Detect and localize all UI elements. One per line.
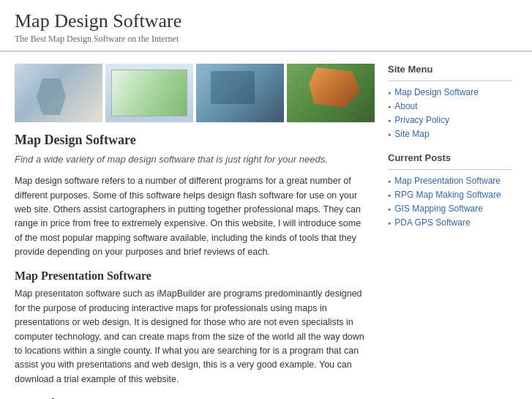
current-posts-section: Current Posts Map Presentation SoftwareR… — [388, 152, 512, 228]
site-menu-list: Map Design SoftwareAboutPrivacy PolicySi… — [388, 87, 512, 139]
site-menu-section: Site Menu Map Design SoftwareAboutPrivac… — [388, 64, 512, 139]
list-item: Map Design Software — [388, 87, 512, 97]
site-menu-link[interactable]: Site Map — [394, 129, 429, 139]
page-subtitle: The Best Map Design Software on the Inte… — [15, 34, 517, 45]
site-menu-link[interactable]: About — [394, 101, 417, 111]
image-strip — [15, 64, 366, 122]
posts-divider — [388, 169, 512, 170]
list-item: Map Presentation Software — [388, 176, 512, 186]
current-post-link[interactable]: RPG Map Making Software — [394, 190, 501, 200]
current-posts-list: Map Presentation SoftwareRPG Map Making … — [388, 176, 512, 228]
intro-italic: Find a wide variety of map design softwa… — [15, 152, 366, 167]
main-content: Map Design Software Find a wide variety … — [15, 56, 388, 399]
list-item: PDA GPS Software — [388, 217, 512, 228]
main-heading-2: Map Presentation Software — [15, 269, 366, 283]
map-pres-body: Map presentaton software such as iMapBui… — [15, 287, 366, 387]
page-title: Map Design Software — [15, 10, 517, 32]
list-item: RPG Map Making Software — [388, 190, 512, 200]
current-post-link[interactable]: GIS Mapping Software — [394, 204, 483, 214]
screenshot-1 — [15, 64, 102, 122]
current-post-link[interactable]: Map Presentation Software — [394, 176, 501, 186]
current-post-link[interactable]: PDA GPS Software — [394, 217, 470, 228]
page-wrapper: Map Design Software The Best Map Design … — [0, 0, 532, 399]
list-item: Privacy Policy — [388, 115, 512, 125]
page-layout: Map Design Software Find a wide variety … — [0, 56, 532, 399]
screenshot-3 — [196, 64, 284, 122]
site-menu-link[interactable]: Map Design Software — [394, 87, 479, 97]
sidebar: Site Menu Map Design SoftwareAboutPrivac… — [388, 56, 512, 399]
site-menu-title: Site Menu — [388, 64, 512, 75]
page-header: Map Design Software The Best Map Design … — [0, 0, 532, 52]
list-item: About — [388, 101, 512, 111]
site-menu-link[interactable]: Privacy Policy — [394, 115, 449, 125]
main-heading-1: Map Design Software — [15, 133, 366, 148]
intro-body: Map design software refers to a number o… — [15, 174, 366, 259]
menu-divider — [388, 81, 512, 81]
current-posts-title: Current Posts — [388, 152, 512, 163]
list-item: Site Map — [388, 129, 512, 139]
screenshot-2 — [105, 64, 193, 122]
list-item: GIS Mapping Software — [388, 204, 512, 214]
screenshot-4 — [287, 64, 375, 122]
